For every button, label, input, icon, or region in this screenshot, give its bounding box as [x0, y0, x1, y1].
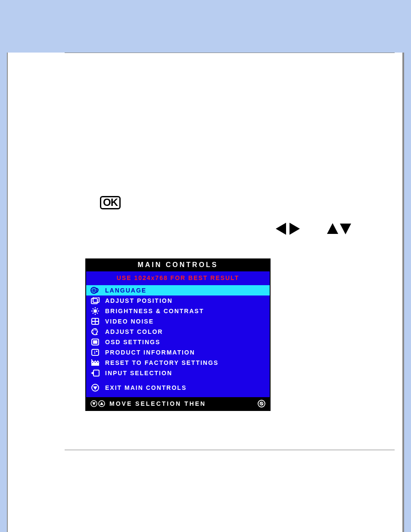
osd-title: MAIN CONTROLS [86, 259, 270, 271]
svg-rect-26 [96, 351, 97, 352]
svg-marker-36 [100, 402, 103, 405]
osd-footer: MOVE SELECTION THEN [86, 397, 270, 410]
info-icon: i [90, 348, 100, 356]
osd-item-adjust-position[interactable]: ADJUST POSITION [86, 296, 270, 306]
svg-rect-27 [91, 363, 99, 366]
osd-resolution-hint: USE 1024x768 FOR BEST RESULT [86, 271, 270, 285]
osd-item-label: PRODUCT INFORMATION [105, 349, 195, 356]
factory-icon [90, 359, 100, 367]
svg-rect-5 [91, 299, 97, 304]
osd-item-osd-settings[interactable]: OSD SETTINGS [86, 337, 270, 347]
osd-screenshot: MAIN CONTROLS USE 1024x768 FOR BEST RESU… [85, 258, 395, 411]
language-icon [90, 286, 100, 294]
osd-item-label: ADJUST POSITION [105, 297, 173, 304]
osd-panel: MAIN CONTROLS USE 1024x768 FOR BEST RESU… [85, 258, 271, 411]
input-icon [90, 369, 100, 377]
document-content: OK MAIN CONTROLS USE 1024x768 FOR BE [65, 53, 395, 450]
ok-label: OK [100, 196, 121, 209]
svg-point-19 [93, 330, 94, 332]
ok-circle-icon [258, 400, 265, 408]
osd-item-label: RESET TO FACTORY SETTINGS [105, 359, 218, 366]
osd-item-reset-factory[interactable]: RESET TO FACTORY SETTINGS [86, 358, 270, 368]
svg-line-12 [93, 308, 93, 309]
osd-item-video-noise[interactable]: VIDEO NOISE [86, 316, 270, 327]
osd-item-label: OSD SETTINGS [105, 339, 160, 345]
osd-footer-text: MOVE SELECTION THEN [109, 400, 206, 407]
svg-line-14 [93, 313, 93, 314]
svg-marker-32 [93, 386, 97, 390]
up-down-arrows-icon [327, 223, 352, 235]
osd-spacer-2 [86, 393, 270, 397]
osd-item-exit[interactable]: EXIT MAIN CONTROLS [86, 383, 270, 393]
footer-nav-icons [90, 400, 105, 407]
svg-text:i: i [94, 350, 97, 355]
svg-point-21 [95, 330, 96, 331]
screen-icon [90, 338, 100, 346]
osd-item-input-selection[interactable]: INPUT SELECTION [86, 368, 270, 378]
down-circle-icon [90, 400, 97, 407]
osd-item-product-information[interactable]: i PRODUCT INFORMATION [86, 347, 270, 358]
osd-item-label: INPUT SELECTION [105, 370, 172, 376]
osd-item-brightness-contrast[interactable]: BRIGHTNESS & CONTRAST [86, 306, 270, 316]
svg-marker-2 [327, 223, 338, 234]
svg-marker-30 [91, 371, 93, 375]
grid-icon [90, 317, 100, 325]
svg-point-7 [93, 309, 97, 313]
left-right-arrows-icon [276, 222, 300, 235]
osd-spacer [86, 378, 270, 383]
svg-rect-29 [93, 370, 99, 376]
osd-item-label: ADJUST COLOR [105, 328, 163, 335]
arrows-row [65, 222, 395, 235]
svg-marker-1 [290, 223, 300, 235]
osd-item-language[interactable]: LANGUAGE [86, 285, 270, 296]
up-circle-icon [98, 400, 105, 407]
svg-rect-23 [93, 340, 97, 344]
svg-rect-6 [93, 297, 99, 302]
svg-point-20 [93, 333, 94, 334]
position-icon [90, 297, 100, 305]
svg-marker-0 [276, 223, 286, 235]
osd-item-label: BRIGHTNESS & CONTRAST [105, 308, 204, 314]
palette-icon [90, 328, 100, 336]
sun-icon [90, 307, 100, 315]
document-page: OK MAIN CONTROLS USE 1024x768 FOR BE [7, 53, 404, 532]
divider-bottom [65, 450, 395, 450]
svg-line-13 [97, 313, 98, 314]
exit-icon [90, 384, 100, 392]
osd-item-label: EXIT MAIN CONTROLS [105, 384, 187, 391]
osd-item-label: VIDEO NOISE [105, 318, 154, 325]
svg-marker-34 [92, 402, 96, 405]
svg-marker-3 [340, 224, 351, 234]
osd-body: USE 1024x768 FOR BEST RESULT LANGUAGE [86, 271, 270, 397]
osd-item-adjust-color[interactable]: ADJUST COLOR [86, 327, 270, 337]
svg-line-15 [97, 308, 98, 309]
osd-item-label: LANGUAGE [105, 287, 146, 294]
svg-rect-28 [91, 359, 92, 363]
ok-button-graphic: OK [65, 53, 395, 209]
